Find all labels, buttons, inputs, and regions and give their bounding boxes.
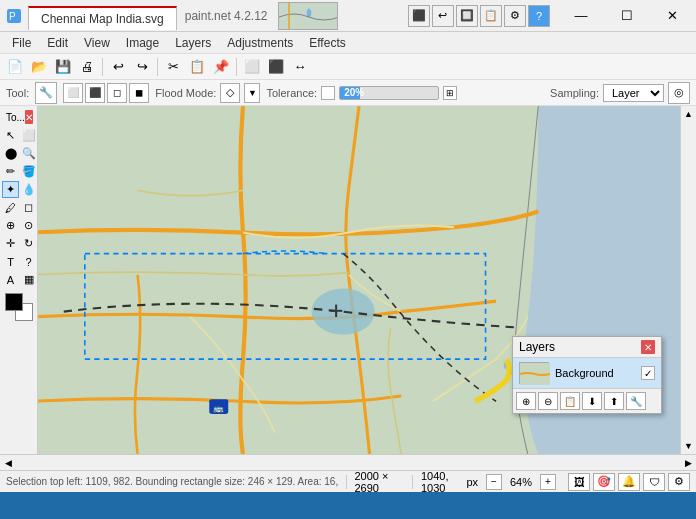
layers-delete-btn[interactable]: ⊖ bbox=[538, 392, 558, 410]
title-toolbar-btn-3[interactable]: 🔲 bbox=[456, 5, 478, 27]
title-toolbar-btn-6[interactable]: ? bbox=[528, 5, 550, 27]
toolbar-paste[interactable]: 📌 bbox=[210, 56, 232, 78]
tool-zoom[interactable]: 🔍 bbox=[20, 145, 37, 162]
status-icon-1[interactable]: 🖼 bbox=[568, 473, 590, 491]
canvas-area[interactable]: ✛ ⚓ 🚌 Layers bbox=[38, 106, 680, 454]
menu-edit[interactable]: Edit bbox=[39, 34, 76, 52]
menu-adjustments[interactable]: Adjustments bbox=[219, 34, 301, 52]
tool-unknown[interactable]: ? bbox=[20, 253, 37, 270]
status-icon-3[interactable]: 🔔 bbox=[618, 473, 640, 491]
layer-item-background[interactable]: Background ✓ bbox=[513, 358, 661, 388]
status-sep-1 bbox=[346, 475, 347, 489]
current-tool-btn[interactable]: 🔧 bbox=[35, 82, 57, 104]
toolbar-deselect[interactable]: ⬛ bbox=[265, 56, 287, 78]
layers-up-btn[interactable]: ⬆ bbox=[604, 392, 624, 410]
toolbar-undo[interactable]: ↩ bbox=[107, 56, 129, 78]
tool-magic-wand[interactable]: ✦ bbox=[2, 181, 19, 198]
tool-opt-2[interactable]: ⬛ bbox=[85, 83, 105, 103]
layer-name: Background bbox=[555, 367, 635, 379]
tool-pencil[interactable]: ✏ bbox=[2, 163, 19, 180]
scroll-down-arrow[interactable]: ▼ bbox=[681, 438, 697, 454]
tool-clone[interactable]: ⊕ bbox=[2, 217, 19, 234]
toolbar-new[interactable]: 📄 bbox=[4, 56, 26, 78]
tolerance-expand[interactable]: ⊞ bbox=[443, 86, 457, 100]
vertical-scrollbar[interactable]: ▲ ▼ bbox=[680, 106, 696, 454]
minimize-button[interactable]: — bbox=[558, 0, 604, 32]
toolbar-print[interactable]: 🖨 bbox=[76, 56, 98, 78]
toolbar-save[interactable]: 💾 bbox=[52, 56, 74, 78]
zoom-out-btn[interactable]: − bbox=[486, 474, 502, 490]
status-icon-5[interactable]: ⚙ bbox=[668, 473, 690, 491]
toolbar-sep-2 bbox=[157, 58, 158, 76]
sampling-dropdown[interactable]: Layer Image bbox=[603, 84, 664, 102]
menu-bar: File Edit View Image Layers Adjustments … bbox=[0, 32, 696, 54]
layers-props-btn[interactable]: 🔧 bbox=[626, 392, 646, 410]
layers-merge-btn[interactable]: ⬇ bbox=[582, 392, 602, 410]
tool-arrow[interactable]: ↖ bbox=[2, 127, 19, 144]
tool-opt-1[interactable]: ⬜ bbox=[63, 83, 83, 103]
toolbar-redo[interactable]: ↪ bbox=[131, 56, 153, 78]
title-toolbar-btn-5[interactable]: ⚙ bbox=[504, 5, 526, 27]
active-tab[interactable]: Chennai Map India.svg bbox=[28, 6, 177, 30]
layers-panel-close[interactable]: ✕ bbox=[641, 340, 655, 354]
tool-grid: ↖ ⬜ ⬤ 🔍 ✏ 🪣 ✦ 💧 🖊 ◻ ⊕ ⊙ ✛ ↻ T ? A ▦ bbox=[2, 127, 35, 288]
tab-label: Chennai Map India.svg bbox=[41, 12, 164, 26]
layer-visibility-check[interactable]: ✓ bbox=[641, 366, 655, 380]
title-toolbar-btn-4[interactable]: 📋 bbox=[480, 5, 502, 27]
menu-layers[interactable]: Layers bbox=[167, 34, 219, 52]
status-icon-4[interactable]: 🛡 bbox=[643, 473, 665, 491]
toolbar-copy[interactable]: 📋 bbox=[186, 56, 208, 78]
toolbar-sep-1 bbox=[102, 58, 103, 76]
tool-select-rect[interactable]: ⬜ bbox=[20, 127, 37, 144]
flood-mode-btn[interactable]: ◇ bbox=[220, 83, 240, 103]
toolbar-select-all[interactable]: ⬜ bbox=[241, 56, 263, 78]
toolbox-close-button[interactable]: ✕ bbox=[25, 110, 33, 124]
canvas-dimensions: 2000 × 2690 bbox=[354, 470, 404, 494]
scroll-up-arrow[interactable]: ▲ bbox=[681, 106, 697, 122]
menu-view[interactable]: View bbox=[76, 34, 118, 52]
layers-panel-title: Layers bbox=[519, 340, 555, 354]
zoom-in-btn[interactable]: + bbox=[540, 474, 556, 490]
tool-option-buttons: ⬜ ⬛ ◻ ◼ bbox=[63, 83, 149, 103]
tool-select-ellipse[interactable]: ⬤ bbox=[2, 145, 19, 162]
maximize-button[interactable]: ☐ bbox=[604, 0, 650, 32]
tool-opt-3[interactable]: ◻ bbox=[107, 83, 127, 103]
close-button[interactable]: ✕ bbox=[650, 0, 696, 32]
menu-image[interactable]: Image bbox=[118, 34, 167, 52]
svg-text:✛: ✛ bbox=[329, 302, 343, 321]
foreground-color-box[interactable] bbox=[5, 293, 23, 311]
tool-gradient[interactable]: ▦ bbox=[20, 271, 37, 288]
menu-file[interactable]: File bbox=[4, 34, 39, 52]
main-content: To... ✕ ↖ ⬜ ⬤ 🔍 ✏ 🪣 ✦ 💧 🖊 ◻ ⊕ ⊙ ✛ ↻ T ? … bbox=[0, 106, 696, 454]
status-sep-2 bbox=[412, 475, 413, 489]
sampling-extra[interactable]: ◎ bbox=[668, 82, 690, 104]
layers-duplicate-btn[interactable]: 📋 bbox=[560, 392, 580, 410]
horizontal-scrollbar[interactable]: ◀ ▶ bbox=[0, 454, 696, 470]
tool-move[interactable]: ✛ bbox=[2, 235, 19, 252]
flood-mode-dropdown[interactable]: ▼ bbox=[244, 83, 260, 103]
tool-color-pick[interactable]: 💧 bbox=[20, 181, 37, 198]
tool-fill[interactable]: 🪣 bbox=[20, 163, 37, 180]
tolerance-bar[interactable]: 20% bbox=[339, 86, 439, 100]
scroll-left-arrow[interactable]: ◀ bbox=[0, 455, 16, 471]
tool-text[interactable]: T bbox=[2, 253, 19, 270]
menu-effects[interactable]: Effects bbox=[301, 34, 353, 52]
tool-opt-4[interactable]: ◼ bbox=[129, 83, 149, 103]
scroll-right-arrow[interactable]: ▶ bbox=[680, 455, 696, 471]
tolerance-label: Tolerance: bbox=[266, 87, 317, 99]
title-toolbar-btn-1[interactable]: ⬛ bbox=[408, 5, 430, 27]
layers-add-btn[interactable]: ⊕ bbox=[516, 392, 536, 410]
toolbar-open[interactable]: 📂 bbox=[28, 56, 50, 78]
toolbar-cut[interactable]: ✂ bbox=[162, 56, 184, 78]
title-toolbar-btn-2[interactable]: ↩ bbox=[432, 5, 454, 27]
tool-recolor[interactable]: ⊙ bbox=[20, 217, 37, 234]
status-icon-2[interactable]: 🎯 bbox=[593, 473, 615, 491]
tool-eraser[interactable]: ◻ bbox=[20, 199, 37, 216]
tool-shape[interactable]: A bbox=[2, 271, 19, 288]
toolbar-invert[interactable]: ↔ bbox=[289, 56, 311, 78]
flood-mode-label: Flood Mode: bbox=[155, 87, 216, 99]
tool-rotate[interactable]: ↻ bbox=[20, 235, 37, 252]
dimensions-section: 2000 × 2690 bbox=[354, 470, 404, 494]
tool-brush[interactable]: 🖊 bbox=[2, 199, 19, 216]
color-boxes bbox=[5, 293, 33, 321]
